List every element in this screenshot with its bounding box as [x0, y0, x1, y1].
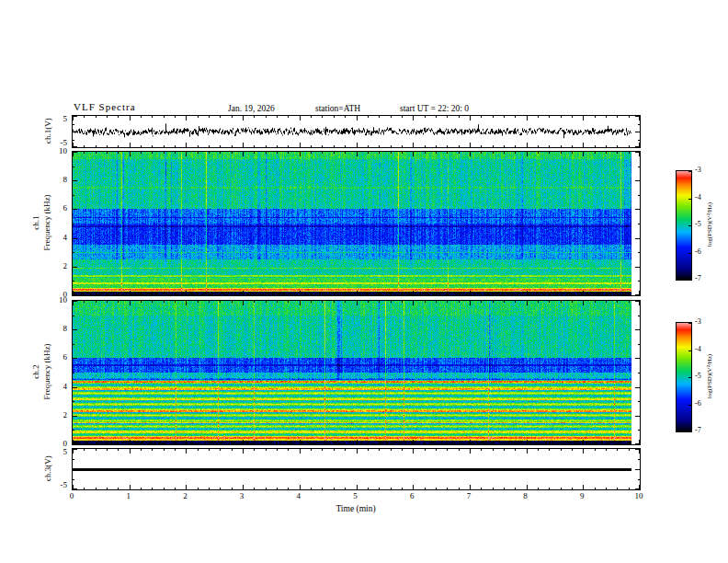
station-label: station=ATH — [315, 104, 360, 113]
ch2-spec-axis-label: ch.2 — [31, 364, 40, 378]
colorbar-tick-label: -3 — [695, 317, 701, 326]
freq-tick-label: 4 — [63, 382, 68, 391]
ch2-spectrogram-panel — [72, 300, 641, 445]
colorbar-tick-label: -5 — [695, 220, 701, 228]
ch2-frequency-axis-label: Frequency (kHz) — [42, 343, 51, 399]
x-tick-label: 7 — [467, 491, 472, 500]
x-tick-label: 4 — [297, 491, 301, 500]
freq-tick-label: 2 — [63, 410, 68, 419]
freq-tick-label: 8 — [63, 324, 68, 333]
ch2-colorbar — [676, 322, 692, 432]
colorbar-tick-label: -4 — [695, 193, 701, 201]
freq-tick-label: 2 — [63, 261, 68, 270]
freq-tick-label: 6 — [63, 352, 68, 362]
ch1-volt-tick-label: 5 — [63, 114, 68, 123]
colorbar1-psd-label: log(PSD)(V²/Hz) — [706, 202, 713, 247]
x-tick-label: 3 — [240, 491, 245, 500]
figure-date: Jan. 19, 2026 — [228, 104, 275, 113]
ch1-volt-tick-label: -5 — [61, 138, 68, 147]
freq-tick-label: 10 — [59, 146, 67, 155]
colorbar-tick-label: -7 — [695, 274, 701, 282]
ch3-volt-tick-label: 5 — [63, 447, 68, 456]
figure-title: VLF Spectra — [74, 101, 136, 112]
colorbar-tick-label: -6 — [695, 399, 701, 408]
x-tick-label: 6 — [410, 491, 415, 500]
colorbar-tick-label: -5 — [695, 372, 701, 380]
ch1-voltage-axis-label: ch.1(V) — [43, 118, 52, 144]
freq-tick-label: 4 — [63, 233, 68, 242]
x-tick-label: 0 — [70, 491, 74, 500]
x-tick-label: 10 — [635, 491, 643, 500]
ch3-volt-tick-label: -5 — [61, 480, 68, 489]
ch1-frequency-axis-label: Frequency (kHz) — [42, 194, 51, 250]
ch3-voltage-axis-label: ch.3(V) — [43, 455, 52, 481]
start-ut-label: start UT = 22: 20: 0 — [400, 104, 469, 113]
x-tick-label: 2 — [183, 491, 188, 500]
time-axis-label: Time (min) — [336, 504, 375, 513]
ch1-waveform-panel — [72, 115, 641, 148]
freq-tick-label: 10 — [59, 295, 67, 304]
colorbar2-psd-label: log(PSD)(V²/Hz) — [706, 354, 713, 398]
x-tick-label: 5 — [353, 491, 358, 500]
ch3-waveform-panel — [72, 448, 641, 490]
freq-tick-label: 6 — [63, 203, 68, 213]
freq-tick-label: 8 — [63, 175, 68, 184]
x-tick-label: 1 — [126, 491, 131, 500]
colorbar-tick-label: -6 — [695, 247, 701, 256]
ch1-spec-axis-label: ch.1 — [31, 215, 40, 229]
ch1-spectrogram-panel — [72, 151, 641, 296]
vlf-spectra-figure: VLF Spectra Jan. 19, 2026 station=ATH st… — [0, 0, 728, 563]
colorbar-tick-label: -4 — [695, 345, 701, 353]
colorbar-tick-label: -7 — [695, 426, 701, 434]
x-tick-label: 9 — [580, 491, 585, 500]
ch1-colorbar — [676, 170, 692, 281]
x-tick-label: 8 — [523, 491, 528, 500]
colorbar-tick-label: -3 — [695, 166, 701, 174]
